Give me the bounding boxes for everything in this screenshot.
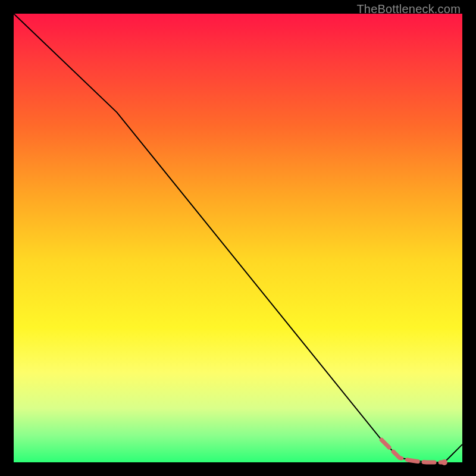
chart-frame: TheBottleneck.com [0,0,476,476]
plot-area [14,14,462,462]
highlight-segment [381,440,444,462]
chart-overlay [14,14,462,462]
main-curve [14,14,462,462]
highlight-end-dot [441,459,447,465]
